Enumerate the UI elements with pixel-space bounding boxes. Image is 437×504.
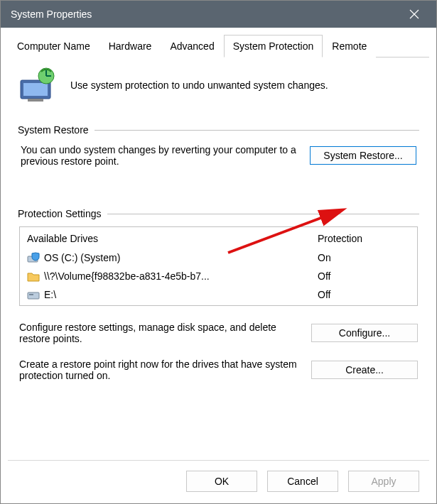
tab-panel: Use system protection to undo unwanted s… [8, 57, 429, 460]
header-protection: Protection [318, 233, 410, 244]
protection-settings-section: Protection Settings Available Drives Pro… [18, 208, 419, 381]
table-row[interactable]: \\?\Volume{f98832be-a831-4e5b-b7...Off [21, 267, 416, 285]
system-restore-button[interactable]: System Restore... [310, 146, 416, 165]
drive-name: OS (C:) (System) [44, 252, 120, 263]
titlebar: System Properties [1, 1, 436, 28]
protection-settings-heading: Protection Settings [18, 208, 419, 219]
system-restore-heading: System Restore [18, 124, 419, 136]
dialog-body: Computer Name Hardware Advanced System P… [1, 28, 436, 503]
svg-rect-1 [23, 83, 48, 96]
divider [107, 214, 419, 214]
tab-computer-name[interactable]: Computer Name [8, 35, 99, 57]
tab-hardware[interactable]: Hardware [99, 35, 161, 57]
table-row[interactable]: OS (C:) (System)On [21, 248, 416, 267]
close-button[interactable] [395, 1, 433, 27]
configure-button[interactable]: Configure... [311, 324, 418, 342]
drive-name: \\?\Volume{f98832be-a831-4e5b-b7... [44, 270, 210, 282]
drive-protection: Off [318, 270, 410, 282]
header-drives: Available Drives [27, 233, 318, 244]
create-button[interactable]: Create... [311, 361, 418, 379]
drives-header: Available Drives Protection [21, 229, 416, 248]
top-row: Use system protection to undo unwanted s… [18, 67, 419, 103]
restore-row: You can undo system changes by reverting… [21, 144, 416, 167]
cancel-button[interactable]: Cancel [267, 471, 338, 492]
apply-button[interactable]: Apply [348, 471, 419, 492]
window: System Properties Computer Name Hardware… [0, 0, 437, 504]
restore-description: You can undo system changes by reverting… [21, 144, 297, 167]
drive-icon [27, 288, 40, 301]
ok-button[interactable]: OK [186, 471, 257, 492]
drives-list: Available Drives Protection OS (C:) (Sys… [19, 226, 418, 306]
system-protection-icon [18, 67, 58, 103]
drive-icon [27, 251, 40, 264]
create-row: Create a restore point right now for the… [19, 358, 418, 381]
protection-settings-label: Protection Settings [18, 208, 102, 219]
svg-rect-2 [28, 99, 43, 102]
tab-advanced[interactable]: Advanced [161, 35, 223, 57]
configure-description: Configure restore settings, manage disk … [19, 322, 298, 344]
tab-system-protection[interactable]: System Protection [224, 35, 323, 57]
svg-rect-6 [28, 292, 39, 299]
tab-remote[interactable]: Remote [323, 35, 376, 57]
drive-protection: On [318, 252, 410, 263]
close-icon [409, 9, 419, 19]
tab-bar: Computer Name Hardware Advanced System P… [8, 35, 429, 57]
table-row[interactable]: E:\Off [21, 285, 416, 304]
svg-rect-7 [29, 294, 33, 295]
drive-icon [27, 270, 40, 283]
configure-row: Configure restore settings, manage disk … [19, 322, 418, 344]
top-description: Use system protection to undo unwanted s… [70, 80, 419, 91]
drive-name: E:\ [44, 289, 56, 300]
drive-protection: Off [318, 289, 410, 300]
system-restore-label: System Restore [18, 124, 89, 136]
create-description: Create a restore point right now for the… [19, 358, 298, 381]
dialog-button-bar: OK Cancel Apply [8, 460, 429, 503]
window-title: System Properties [11, 9, 92, 20]
divider [95, 130, 419, 131]
